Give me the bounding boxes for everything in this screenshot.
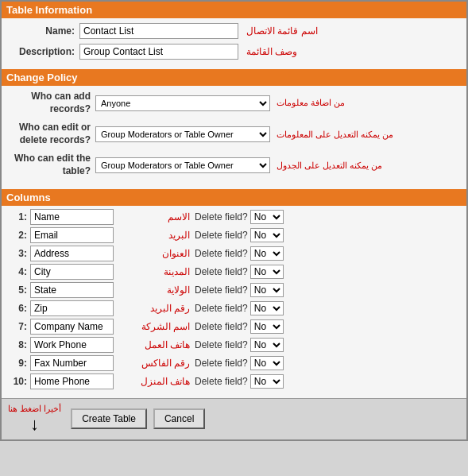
table-info-header: Table Information	[2, 2, 466, 18]
table-row: 3:العنوانDelete field?NoYes	[8, 246, 460, 261]
delete-field-select[interactable]: NoYes	[250, 210, 284, 224]
col-arabic-label: البريد	[118, 230, 190, 241]
col-number: 3:	[8, 248, 27, 259]
delete-field-label: Delete field?	[195, 266, 248, 277]
col-name-input[interactable]	[30, 337, 114, 353]
delete-field-select[interactable]: NoYes	[250, 374, 284, 389]
delete-field-select[interactable]: NoYes	[250, 246, 284, 261]
delete-field-label: Delete field?	[195, 339, 248, 350]
col-arabic-label: المدينة	[118, 266, 190, 277]
edit-table-label: Who can edit the table?	[8, 153, 95, 177]
add-records-select[interactable]: Anyone Group Moderators or Table Owner T…	[95, 95, 270, 111]
col-name-input[interactable]	[30, 264, 114, 280]
col-arabic-label: الاسم	[118, 211, 190, 223]
col-name-input[interactable]	[30, 373, 114, 389]
table-row: 9:رقم الفاكسDelete field?NoYes	[8, 355, 460, 371]
delete-field-label: Delete field?	[195, 211, 248, 223]
arrow-icon: ↓	[30, 414, 39, 435]
add-records-label: Who can add records?	[8, 91, 95, 115]
table-row: 2:البريدDelete field?NoYes	[8, 227, 460, 243]
table-row: 8:هاتف العملDelete field?NoYes	[8, 337, 460, 353]
arrow-note: أخيرا اضغط هنا	[8, 404, 61, 414]
delete-field-select[interactable]: NoYes	[250, 283, 284, 297]
col-name-input[interactable]	[30, 282, 114, 298]
add-records-arabic: من اضافة معلومات	[277, 97, 345, 108]
col-arabic-label: رقم الفاكس	[118, 358, 190, 369]
col-number: 4:	[8, 266, 27, 277]
delete-field-select[interactable]: NoYes	[250, 265, 284, 279]
create-table-button[interactable]: Create Table	[71, 408, 147, 429]
table-row: 10:هاتف المنزلDelete field?NoYes	[8, 373, 460, 389]
col-name-input[interactable]	[30, 319, 114, 335]
col-name-input[interactable]	[30, 246, 114, 261]
col-name-input[interactable]	[30, 209, 114, 225]
col-arabic-label: هاتف المنزل	[118, 376, 190, 387]
description-arabic: وصف القائمة	[246, 46, 297, 57]
delete-field-label: Delete field?	[195, 376, 248, 387]
description-input[interactable]	[79, 44, 238, 60]
col-number: 10:	[8, 376, 27, 387]
delete-field-label: Delete field?	[195, 358, 248, 369]
cancel-button[interactable]: Cancel	[153, 408, 205, 429]
col-number: 2:	[8, 230, 27, 241]
delete-field-select[interactable]: NoYes	[250, 356, 284, 370]
col-arabic-label: اسم الشركة	[118, 321, 190, 332]
col-number: 7:	[8, 321, 27, 332]
col-name-input[interactable]	[30, 227, 114, 243]
delete-field-label: Delete field?	[195, 321, 248, 332]
col-arabic-label: رقم البريد	[118, 303, 190, 314]
edit-table-select[interactable]: Anyone Group Moderators or Table Owner T…	[95, 157, 270, 173]
delete-field-label: Delete field?	[195, 303, 248, 314]
edit-table-arabic: من يمكنه التعديل على الجدول	[277, 160, 382, 171]
description-label: Description:	[8, 46, 79, 57]
change-policy-header: Change Policy	[2, 69, 466, 86]
edit-records-label: Who can edit or delete records?	[8, 122, 95, 146]
table-row: 4:المدينةDelete field?NoYes	[8, 264, 460, 280]
delete-field-label: Delete field?	[195, 230, 248, 241]
table-row: 5:الولايةDelete field?NoYes	[8, 282, 460, 298]
edit-records-arabic: من يمكنه التعديل على المعلومات	[277, 129, 393, 140]
delete-field-label: Delete field?	[195, 248, 248, 259]
col-name-input[interactable]	[30, 355, 114, 371]
delete-field-select[interactable]: NoYes	[250, 319, 284, 334]
col-number: 5:	[8, 284, 27, 296]
col-arabic-label: العنوان	[118, 248, 190, 259]
table-row: 7:اسم الشركةDelete field?NoYes	[8, 319, 460, 335]
col-number: 1:	[8, 211, 27, 223]
table-row: 6:رقم البريدDelete field?NoYes	[8, 300, 460, 316]
col-arabic-label: الولاية	[118, 284, 190, 296]
columns-header: Columns	[2, 189, 466, 206]
name-input[interactable]	[79, 23, 238, 39]
delete-field-select[interactable]: NoYes	[250, 338, 284, 352]
col-number: 9:	[8, 358, 27, 369]
name-label: Name:	[8, 25, 79, 37]
col-number: 6:	[8, 303, 27, 314]
col-number: 8:	[8, 339, 27, 350]
col-arabic-label: هاتف العمل	[118, 339, 190, 350]
col-name-input[interactable]	[30, 300, 114, 316]
table-row: 1:الاسمDelete field?NoYes	[8, 209, 460, 225]
delete-field-label: Delete field?	[195, 284, 248, 296]
name-arabic: اسم قائمة الاتصال	[246, 25, 318, 37]
edit-records-select[interactable]: Anyone Group Moderators or Table Owner T…	[95, 126, 270, 142]
delete-field-select[interactable]: NoYes	[250, 301, 284, 315]
delete-field-select[interactable]: NoYes	[250, 228, 284, 242]
